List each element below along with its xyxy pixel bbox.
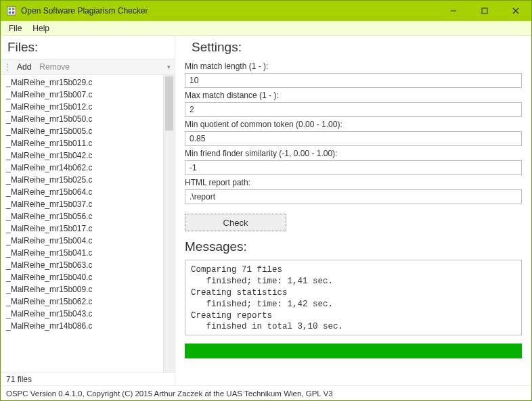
toolbar-overflow-icon[interactable]: ▾ xyxy=(167,64,171,70)
min-match-label: Min match length (1 - ): xyxy=(185,59,522,73)
settings-heading: Settings: xyxy=(185,36,522,59)
min-quotient-input[interactable] xyxy=(185,131,522,146)
maximize-button[interactable] xyxy=(469,1,500,21)
minimize-icon xyxy=(450,7,457,14)
list-item[interactable]: _MalReihe_mr15b037.c xyxy=(1,198,163,210)
min-quotient-label: Min quotient of common token (0.00 - 1.0… xyxy=(185,117,522,131)
messages-heading: Messages: xyxy=(185,231,522,260)
min-friend-label: Min friend finder similarity (-1, 0.00 -… xyxy=(185,146,522,160)
list-item[interactable]: _MalReihe_mr15b062.c xyxy=(1,296,163,308)
window-title: Open Software Plagiarism Checker xyxy=(21,6,438,16)
app-window: Open Software Plagiarism Checker File He… xyxy=(0,0,532,401)
list-item[interactable]: _MalReihe_mr15b017.c xyxy=(1,222,163,235)
menubar: File Help xyxy=(1,21,531,36)
list-item[interactable]: _MalReihe_mr15b025.c xyxy=(1,174,163,186)
close-icon xyxy=(512,7,519,14)
maximize-icon xyxy=(481,7,488,14)
svg-rect-6 xyxy=(482,8,487,14)
list-item[interactable]: _MalReihe_mr15b063.c xyxy=(1,259,163,271)
list-item[interactable]: _MalReihe_mr15b029.c xyxy=(1,76,163,89)
list-item[interactable]: _MalReihe_mr15b056.c xyxy=(1,210,163,222)
list-item[interactable]: _MalReihe_mr15b050.c xyxy=(1,113,163,125)
list-item[interactable]: _MalReihe_mr15b040.c xyxy=(1,271,163,283)
list-item[interactable]: _MalReihe_mr15b064.c xyxy=(1,186,163,198)
list-item[interactable]: _MalReihe_mr15b012.c xyxy=(1,101,163,113)
menu-file[interactable]: File xyxy=(3,22,27,34)
svg-rect-1 xyxy=(9,8,12,11)
min-friend-input[interactable] xyxy=(185,160,522,175)
list-item[interactable]: _MalReihe_mr15b042.c xyxy=(1,149,163,162)
files-heading: Files: xyxy=(1,36,175,59)
list-item[interactable]: _MalReihe_mr15b004.c xyxy=(1,235,163,247)
report-path-label: HTML report path: xyxy=(185,175,522,189)
list-item[interactable]: _MalReihe_mr15b041.c xyxy=(1,247,163,259)
files-status: 71 files xyxy=(1,372,175,385)
add-button[interactable]: Add xyxy=(13,61,35,73)
list-item[interactable]: _MalReihe_mr15b007.c xyxy=(1,89,163,101)
app-icon xyxy=(6,5,17,16)
close-button[interactable] xyxy=(500,1,531,21)
report-path-input[interactable] xyxy=(185,189,522,204)
list-item[interactable]: _MalReihe_mr15b011.c xyxy=(1,137,163,149)
list-item[interactable]: _MalReihe_mr15b005.c xyxy=(1,125,163,137)
scrollbar[interactable] xyxy=(163,75,175,372)
files-toolbar: ⋮ Add Remove ▾ xyxy=(1,59,175,75)
menu-help[interactable]: Help xyxy=(27,22,55,34)
list-item[interactable]: _MalReihe_mr15b043.c xyxy=(1,308,163,320)
svg-rect-3 xyxy=(9,11,12,14)
list-item[interactable]: _MalReihe_mr14b062.c xyxy=(1,162,163,174)
min-match-input[interactable] xyxy=(185,73,522,88)
progress-bar xyxy=(185,344,522,358)
max-distance-input[interactable] xyxy=(185,102,522,117)
max-distance-label: Max match distance (1 - ): xyxy=(185,88,522,102)
file-list-container: _MalReihe_mr15b029.c_MalReihe_mr15b007.c… xyxy=(1,75,175,372)
titlebar[interactable]: Open Software Plagiarism Checker xyxy=(1,1,531,21)
scroll-thumb[interactable] xyxy=(165,76,173,131)
minimize-button[interactable] xyxy=(438,1,469,21)
settings-form: Min match length (1 - ): Max match dista… xyxy=(185,59,522,231)
toolbar-grip-icon: ⋮ xyxy=(3,63,12,71)
check-button[interactable]: Check xyxy=(185,214,286,231)
file-list[interactable]: _MalReihe_mr15b029.c_MalReihe_mr15b007.c… xyxy=(1,75,163,372)
progress-fill xyxy=(185,344,522,358)
files-panel: Files: ⋮ Add Remove ▾ _MalReihe_mr15b029… xyxy=(1,36,175,385)
list-item[interactable]: _MalReihe_mr14b086.c xyxy=(1,320,163,332)
remove-button[interactable]: Remove xyxy=(35,61,74,73)
footer-status: OSPC Version 0.4.1.0, Copyright (C) 2015… xyxy=(1,385,531,400)
content-area: Files: ⋮ Add Remove ▾ _MalReihe_mr15b029… xyxy=(1,36,531,385)
list-item[interactable]: _MalReihe_mr15b009.c xyxy=(1,283,163,296)
svg-rect-2 xyxy=(12,8,15,11)
svg-rect-4 xyxy=(12,11,15,14)
settings-panel: Settings: Min match length (1 - ): Max m… xyxy=(175,36,531,385)
messages-output[interactable]: Comparing 71 files finished; time: 1,41 … xyxy=(185,260,522,335)
